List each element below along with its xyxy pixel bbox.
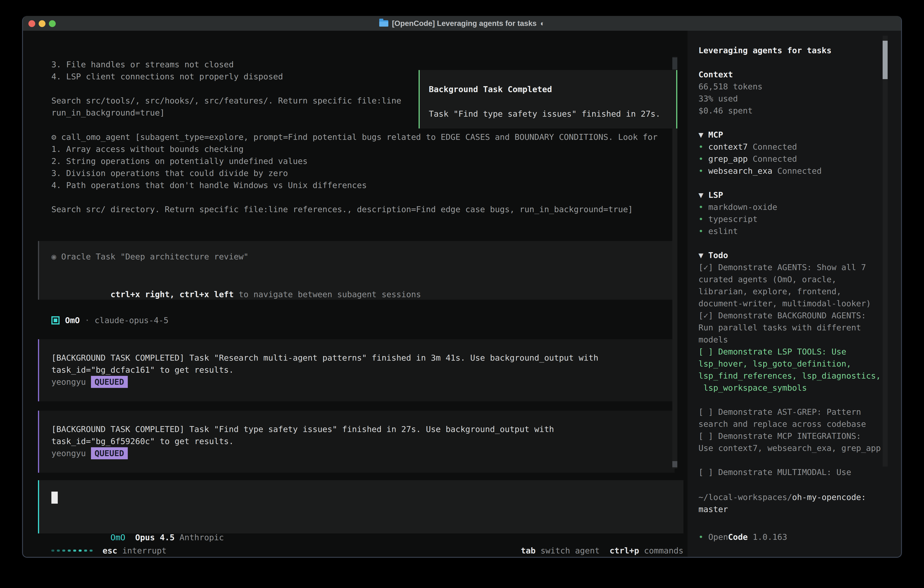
text-line: search and replace across codebase: [698, 418, 881, 430]
window-content: 3. File handles or streams not closed4. …: [23, 31, 901, 558]
background-task-message-2: [BACKGROUND TASK COMPLETED] Task "Find t…: [38, 411, 675, 473]
text-line: Run parallel tasks with different: [698, 322, 881, 334]
task-line2: task_id="bg_dcfac161" to get results.: [51, 364, 675, 376]
text-line: ▼ MCP: [698, 129, 881, 141]
text-line: curated agents (OmO, oracle,: [698, 273, 881, 285]
text-line: ▼ Todo: [698, 249, 881, 261]
text-line: • context7 Connected: [698, 141, 881, 153]
text-line: librarian, explore, frontend,: [698, 285, 881, 297]
text-cursor: [51, 492, 58, 504]
text-line: 1. Array access without bounds checking: [51, 143, 658, 155]
text-line: [51, 191, 658, 203]
text-line: • eslint: [698, 225, 881, 237]
text-line: lsp_workspace_symbols: [698, 382, 881, 394]
text-line: ⚙ call_omo_agent [subagent_type=explore,…: [51, 131, 658, 143]
session-sidebar: Leveraging agents for tasks Context66,51…: [688, 31, 901, 558]
text-line: Use context7, websearch_exa, grep_app: [698, 442, 881, 454]
chat-area: 3. File handles or streams not closed4. …: [23, 31, 688, 558]
background-task-message-1: [BACKGROUND TASK COMPLETED] Task "Resear…: [38, 339, 675, 401]
tab-key-hint: tab: [521, 546, 536, 555]
esc-key-label: interrupt: [122, 546, 167, 555]
text-line: [✓] Demonstrate AGENTS: Show all 7: [698, 261, 881, 273]
text-line: 3. Division operations that could divide…: [51, 167, 658, 179]
text-line: [ ] Demonstrate MCP INTEGRATIONS:: [698, 430, 881, 442]
text-line: • typescript: [698, 213, 881, 225]
chat-scrollbar-thumb-top[interactable]: [672, 58, 677, 69]
text-line: Context: [698, 68, 881, 81]
task-line1: [BACKGROUND TASK COMPLETED] Task "Resear…: [51, 352, 675, 364]
close-window-button[interactable]: [28, 20, 35, 27]
text-line: master: [698, 503, 866, 515]
text-line: 2. String operations on potentially unde…: [51, 155, 658, 167]
oracle-hint-keys: ctrl+x right, ctrl+x left: [111, 290, 234, 299]
status-bar: esc interrupt tab switch agent ctrl+p co…: [51, 545, 683, 557]
opencode-version-row: • OpenCode 1.0.163: [698, 531, 787, 543]
omo-agent-icon: [51, 316, 59, 324]
agent-header-row: OmO · claude-opus-4-5: [51, 314, 168, 326]
spinner-dots-icon: [51, 550, 92, 552]
status-right: tab switch agent ctrl+p commands: [521, 546, 683, 555]
ctrlp-key-hint: ctrl+p: [610, 546, 639, 555]
text-line: lsp_hover, lsp_goto_definition,: [698, 358, 881, 370]
text-line: [ ] Demonstrate LSP TOOLS: Use: [698, 345, 881, 358]
text-line: 4. LSP client connections not properly d…: [51, 71, 401, 83]
folder-icon: [379, 20, 388, 26]
agent-separator: ·: [85, 315, 90, 325]
esc-key-hint: esc: [102, 546, 117, 555]
text-line: lsp_find_references, lsp_diagnostics,: [698, 370, 881, 382]
text-line: ▼ LSP: [698, 189, 881, 201]
text-line: 4. Path operations that don't handle Win…: [51, 179, 658, 191]
window-titlebar[interactable]: [OpenCode] Leveraging agents for tasks ◐: [23, 16, 901, 31]
moon-phase-icon: ◐: [540, 19, 545, 28]
sidebar-scrollbar-thumb[interactable]: [883, 41, 888, 79]
text-line: [ ] Demonstrate AST-GREP: Pattern: [698, 406, 881, 418]
text-line: [698, 177, 881, 189]
text-line: Leveraging agents for tasks: [698, 45, 881, 56]
sidebar-info-lines: Leveraging agents for tasks Context66,51…: [698, 45, 881, 478]
agent-model: claude-opus-4-5: [94, 315, 168, 325]
task-user: yeongyu: [51, 377, 86, 386]
input-agent-label: OmO: [111, 533, 125, 542]
text-line: models: [698, 334, 881, 345]
text-line: • markdown-oxide: [698, 201, 881, 213]
sidebar-scrollbar-track[interactable]: [883, 36, 888, 467]
status-left: esc interrupt: [51, 546, 167, 555]
oracle-hint-text: to navigate between subagent sessions: [234, 290, 421, 299]
opencode-version: • OpenCode 1.0.163: [698, 531, 787, 543]
text-line: ~/local-workspaces/oh-my-opencode:: [698, 491, 866, 503]
chat-scrollbar-thumb-bottom[interactable]: [672, 461, 677, 467]
text-line: [✓] Demonstrate BACKGROUND AGENTS:: [698, 309, 881, 322]
queued-status-badge: QUEUED: [91, 376, 128, 388]
text-line: [698, 394, 881, 406]
toast-body: Task "Find type safety issues" finished …: [429, 108, 676, 120]
toast-background-task-completed: Background Task Completed Task "Find typ…: [419, 70, 677, 129]
text-line: [51, 83, 401, 94]
text-line: [698, 237, 881, 249]
traffic-lights: [28, 20, 56, 27]
prompt-input[interactable]: OmO Opus 4.5 Anthropic: [38, 480, 683, 533]
message-tool-output-lsp: 3. File handles or streams not closed4. …: [51, 58, 401, 119]
text-line: document-writer, multimodal-looker): [698, 297, 881, 309]
oracle-task-hint: ctrl+x right, ctrl+x left to navigate be…: [51, 276, 675, 312]
minimize-window-button[interactable]: [39, 20, 46, 27]
task-user: yeongyu: [51, 449, 86, 458]
tab-key-label: switch agent: [540, 546, 599, 555]
desktop: [OpenCode] Leveraging agents for tasks ◐…: [0, 0, 924, 588]
workspace-path: ~/local-workspaces/oh-my-opencode:master: [698, 491, 866, 515]
text-line: run_in_background=true]: [51, 107, 401, 119]
input-model-label[interactable]: Opus 4.5: [135, 533, 174, 542]
text-line: [698, 117, 881, 129]
task-line1: [BACKGROUND TASK COMPLETED] Task "Find t…: [51, 423, 675, 435]
zoom-window-button[interactable]: [49, 20, 56, 27]
text-line: [698, 56, 881, 68]
text-line: 66,518 tokens: [698, 81, 881, 92]
opencode-terminal-window: [OpenCode] Leveraging agents for tasks ◐…: [22, 16, 902, 558]
toast-title: Background Task Completed: [429, 83, 676, 95]
text-line: $0.46 spent: [698, 105, 881, 117]
agent-name: OmO: [65, 315, 80, 325]
text-line: • grep_app Connected: [698, 153, 881, 165]
text-line: Search src/tools/, src/hooks/, src/featu…: [51, 94, 401, 107]
task-line2: task_id="bg_6f59260c" to get results.: [51, 435, 675, 447]
text-line: Search src/ directory. Return specific f…: [51, 203, 658, 215]
text-line: 3. File handles or streams not closed: [51, 58, 401, 71]
